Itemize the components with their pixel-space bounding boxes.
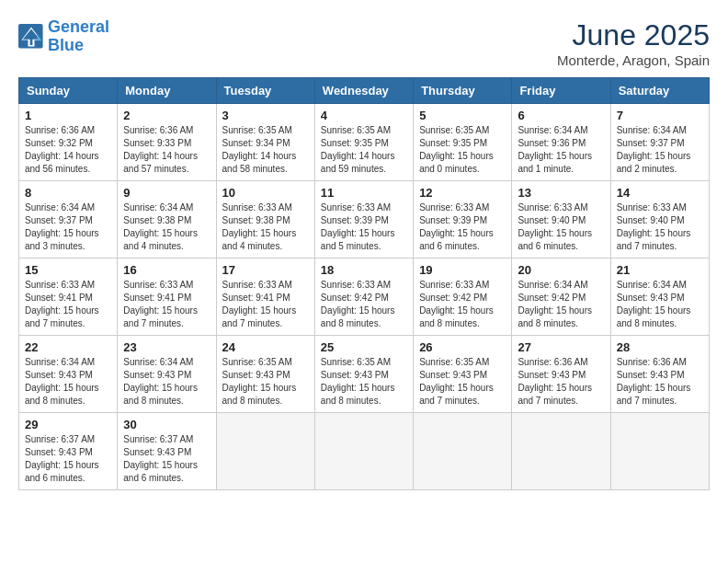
- day-number: 15: [25, 263, 111, 277]
- table-row: 11Sunrise: 6:33 AMSunset: 9:39 PMDayligh…: [314, 181, 413, 259]
- col-wednesday: Wednesday: [314, 78, 413, 104]
- week-row-4: 22Sunrise: 6:34 AMSunset: 9:43 PMDayligh…: [19, 336, 710, 413]
- day-number: 22: [25, 340, 111, 354]
- day-info: Sunrise: 6:34 AMSunset: 9:38 PMDaylight:…: [123, 201, 210, 253]
- day-number: 4: [321, 109, 407, 122]
- col-saturday: Saturday: [610, 78, 709, 104]
- logo: General Blue: [18, 18, 109, 55]
- day-info: Sunrise: 6:36 AMSunset: 9:33 PMDaylight:…: [123, 124, 210, 176]
- table-row: 13Sunrise: 6:33 AMSunset: 9:40 PMDayligh…: [512, 181, 610, 259]
- day-info: Sunrise: 6:35 AMSunset: 9:35 PMDaylight:…: [321, 124, 407, 176]
- day-number: 2: [123, 109, 210, 122]
- header: General Blue June 2025 Monterde, Aragon,…: [18, 18, 710, 68]
- day-info: Sunrise: 6:36 AMSunset: 9:43 PMDaylight:…: [518, 356, 604, 408]
- day-number: 27: [518, 340, 604, 354]
- month-title: June 2025: [557, 18, 710, 52]
- day-number: 26: [419, 340, 506, 354]
- day-number: 16: [123, 263, 210, 277]
- table-row: 9Sunrise: 6:34 AMSunset: 9:38 PMDaylight…: [118, 181, 216, 259]
- day-number: 5: [419, 109, 506, 122]
- day-number: 6: [518, 109, 604, 122]
- table-row: 6Sunrise: 6:34 AMSunset: 9:36 PMDaylight…: [512, 104, 610, 181]
- day-number: 18: [321, 263, 407, 277]
- table-row: 2Sunrise: 6:36 AMSunset: 9:33 PMDaylight…: [118, 104, 216, 181]
- col-thursday: Thursday: [414, 78, 512, 104]
- day-number: 7: [617, 109, 703, 122]
- day-info: Sunrise: 6:33 AMSunset: 9:39 PMDaylight:…: [321, 201, 407, 253]
- logo-icon: [18, 24, 44, 50]
- day-info: Sunrise: 6:34 AMSunset: 9:42 PMDaylight:…: [518, 279, 604, 330]
- calendar-table: Sunday Monday Tuesday Wednesday Thursday…: [18, 77, 710, 490]
- day-number: 29: [25, 418, 111, 431]
- col-tuesday: Tuesday: [216, 78, 314, 104]
- day-info: Sunrise: 6:35 AMSunset: 9:43 PMDaylight:…: [321, 356, 407, 408]
- day-info: Sunrise: 6:37 AMSunset: 9:43 PMDaylight:…: [123, 433, 210, 485]
- day-info: Sunrise: 6:33 AMSunset: 9:38 PMDaylight:…: [222, 201, 309, 253]
- col-friday: Friday: [512, 78, 610, 104]
- day-info: Sunrise: 6:33 AMSunset: 9:42 PMDaylight:…: [419, 279, 506, 330]
- day-number: 12: [419, 186, 506, 200]
- table-row: 25Sunrise: 6:35 AMSunset: 9:43 PMDayligh…: [314, 336, 413, 413]
- day-number: 9: [123, 186, 210, 200]
- title-block: June 2025 Monterde, Aragon, Spain: [557, 18, 710, 68]
- day-info: Sunrise: 6:35 AMSunset: 9:34 PMDaylight:…: [222, 124, 309, 176]
- table-row: 14Sunrise: 6:33 AMSunset: 9:40 PMDayligh…: [610, 181, 709, 259]
- day-number: 11: [321, 186, 407, 200]
- table-row: 8Sunrise: 6:34 AMSunset: 9:37 PMDaylight…: [19, 181, 118, 259]
- table-row: 21Sunrise: 6:34 AMSunset: 9:43 PMDayligh…: [610, 259, 709, 336]
- day-number: 19: [419, 263, 506, 277]
- table-row: [216, 413, 314, 490]
- day-number: 24: [222, 340, 309, 354]
- day-number: 28: [617, 340, 703, 354]
- table-row: [512, 413, 610, 490]
- day-info: Sunrise: 6:33 AMSunset: 9:41 PMDaylight:…: [123, 279, 210, 330]
- table-row: 4Sunrise: 6:35 AMSunset: 9:35 PMDaylight…: [314, 104, 413, 181]
- table-row: 20Sunrise: 6:34 AMSunset: 9:42 PMDayligh…: [512, 259, 610, 336]
- table-row: [610, 413, 709, 490]
- week-row-5: 29Sunrise: 6:37 AMSunset: 9:43 PMDayligh…: [19, 413, 710, 490]
- day-number: 25: [321, 340, 407, 354]
- table-row: 26Sunrise: 6:35 AMSunset: 9:43 PMDayligh…: [414, 336, 512, 413]
- week-row-2: 8Sunrise: 6:34 AMSunset: 9:37 PMDaylight…: [19, 181, 710, 259]
- day-number: 10: [222, 186, 309, 200]
- table-row: 27Sunrise: 6:36 AMSunset: 9:43 PMDayligh…: [512, 336, 610, 413]
- day-info: Sunrise: 6:34 AMSunset: 9:37 PMDaylight:…: [617, 124, 703, 176]
- day-info: Sunrise: 6:36 AMSunset: 9:43 PMDaylight:…: [617, 356, 703, 408]
- day-info: Sunrise: 6:33 AMSunset: 9:42 PMDaylight:…: [321, 279, 407, 330]
- day-info: Sunrise: 6:34 AMSunset: 9:37 PMDaylight:…: [25, 201, 111, 253]
- week-row-1: 1Sunrise: 6:36 AMSunset: 9:32 PMDaylight…: [19, 104, 710, 181]
- table-row: 5Sunrise: 6:35 AMSunset: 9:35 PMDaylight…: [414, 104, 512, 181]
- table-row: 16Sunrise: 6:33 AMSunset: 9:41 PMDayligh…: [118, 259, 216, 336]
- page-container: General Blue June 2025 Monterde, Aragon,…: [18, 18, 710, 490]
- table-row: 18Sunrise: 6:33 AMSunset: 9:42 PMDayligh…: [314, 259, 413, 336]
- table-row: 28Sunrise: 6:36 AMSunset: 9:43 PMDayligh…: [610, 336, 709, 413]
- day-info: Sunrise: 6:33 AMSunset: 9:40 PMDaylight:…: [617, 201, 703, 253]
- day-number: 1: [25, 109, 111, 122]
- table-row: 22Sunrise: 6:34 AMSunset: 9:43 PMDayligh…: [19, 336, 118, 413]
- day-number: 17: [222, 263, 309, 277]
- table-row: 29Sunrise: 6:37 AMSunset: 9:43 PMDayligh…: [19, 413, 118, 490]
- day-info: Sunrise: 6:34 AMSunset: 9:43 PMDaylight:…: [617, 279, 703, 330]
- table-row: [414, 413, 512, 490]
- day-info: Sunrise: 6:33 AMSunset: 9:39 PMDaylight:…: [419, 201, 506, 253]
- col-monday: Monday: [118, 78, 216, 104]
- table-row: 23Sunrise: 6:34 AMSunset: 9:43 PMDayligh…: [118, 336, 216, 413]
- table-row: 17Sunrise: 6:33 AMSunset: 9:41 PMDayligh…: [216, 259, 314, 336]
- logo-text-block: General Blue: [48, 18, 109, 55]
- day-number: 21: [617, 263, 703, 277]
- table-row: 12Sunrise: 6:33 AMSunset: 9:39 PMDayligh…: [414, 181, 512, 259]
- day-number: 3: [222, 109, 309, 122]
- day-info: Sunrise: 6:37 AMSunset: 9:43 PMDaylight:…: [25, 433, 111, 485]
- calendar-header-row: Sunday Monday Tuesday Wednesday Thursday…: [19, 78, 710, 104]
- day-info: Sunrise: 6:35 AMSunset: 9:43 PMDaylight:…: [419, 356, 506, 408]
- table-row: 24Sunrise: 6:35 AMSunset: 9:43 PMDayligh…: [216, 336, 314, 413]
- day-info: Sunrise: 6:33 AMSunset: 9:41 PMDaylight:…: [222, 279, 309, 330]
- table-row: [314, 413, 413, 490]
- col-sunday: Sunday: [19, 78, 118, 104]
- table-row: 30Sunrise: 6:37 AMSunset: 9:43 PMDayligh…: [118, 413, 216, 490]
- day-info: Sunrise: 6:33 AMSunset: 9:41 PMDaylight:…: [25, 279, 111, 330]
- location-subtitle: Monterde, Aragon, Spain: [557, 52, 710, 68]
- table-row: 10Sunrise: 6:33 AMSunset: 9:38 PMDayligh…: [216, 181, 314, 259]
- logo-line1: General: [48, 18, 109, 37]
- week-row-3: 15Sunrise: 6:33 AMSunset: 9:41 PMDayligh…: [19, 259, 710, 336]
